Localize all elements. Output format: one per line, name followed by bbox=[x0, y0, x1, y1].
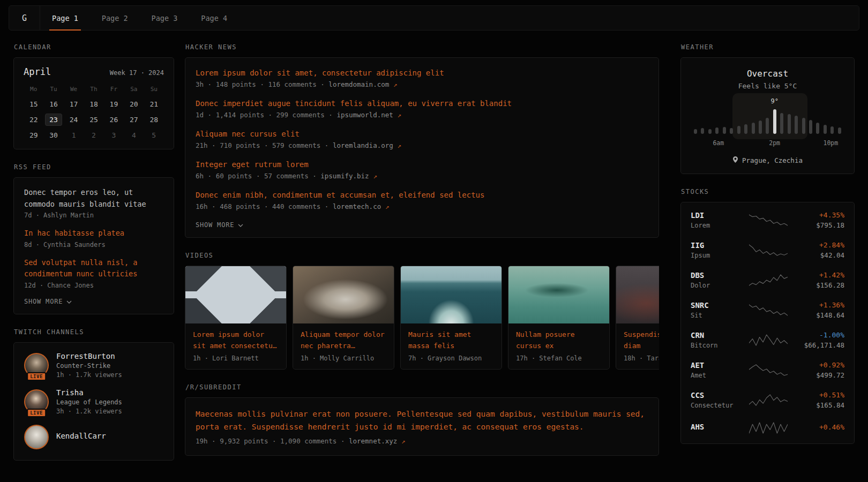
stock-change: +0.51% bbox=[795, 391, 844, 399]
stock-change: -1.00% bbox=[795, 331, 844, 339]
stock-row[interactable]: SNRC Sit +1.36% $148.64 bbox=[691, 295, 844, 325]
weather-bar-column bbox=[809, 120, 812, 134]
weather-bar bbox=[809, 120, 812, 134]
rss-item[interactable]: Donec tempor eros leo, ut commodo mauris… bbox=[24, 187, 163, 219]
twitch-channel-row[interactable]: LIVE Trisha League of Legends 3h · 1.2k … bbox=[24, 388, 163, 415]
video-title-link[interactable]: Lorem ipsum dolor sit amet consectetu… bbox=[185, 323, 286, 355]
calendar-day: 19 bbox=[104, 100, 124, 108]
stock-row[interactable]: AET Amet +0.92% $499.72 bbox=[691, 355, 844, 385]
hn-item: Aliquam nec cursus elit 21h · 710 points… bbox=[196, 130, 648, 149]
video-card[interactable]: Aliquam tempor dolor nec pharetra… 1h · … bbox=[293, 266, 394, 370]
hn-meta: 1d · 1,414 points · 299 comments · ipsum… bbox=[196, 111, 648, 119]
rss-headline-link[interactable]: In hac habitasse platea bbox=[24, 228, 163, 239]
weather-bar-column bbox=[708, 129, 712, 134]
video-card[interactable]: Nullam posuere cursus ex 17h · Stefan Co… bbox=[508, 266, 610, 370]
stock-row[interactable]: AHS +0.46% bbox=[691, 415, 844, 441]
weather-bar-column bbox=[830, 126, 834, 134]
video-title-link[interactable]: Aliquam tempor dolor nec pharetra… bbox=[293, 323, 394, 355]
rss-headline-link[interactable]: Donec tempor eros leo, ut commodo mauris… bbox=[24, 187, 163, 210]
weather-bar bbox=[838, 127, 841, 134]
stock-symbol: SNRC bbox=[691, 301, 741, 310]
calendar-day: 3 bbox=[104, 131, 124, 139]
weather-bar-column bbox=[824, 125, 827, 134]
twitch-card: LIVE ForrestBurton Counter-Strike 1h · 1… bbox=[13, 342, 174, 461]
subreddit-domain-link[interactable]: loremnet.xyz bbox=[349, 437, 397, 445]
calendar-day: 15 bbox=[24, 100, 43, 108]
video-thumbnail[interactable] bbox=[508, 266, 609, 323]
twitch-channel-row[interactable]: LIVE ForrestBurton Counter-Strike 1h · 1… bbox=[24, 352, 163, 379]
rss-headline-link[interactable]: Sed volutpat nulla nisl, a condimentum n… bbox=[24, 257, 163, 280]
weather-bar-column bbox=[759, 120, 762, 134]
weather-bar bbox=[730, 128, 733, 134]
channel-game: League of Legends bbox=[56, 398, 122, 406]
stock-name: Lorem bbox=[691, 222, 741, 229]
video-thumbnail[interactable] bbox=[401, 266, 502, 323]
hn-domain-link[interactable]: loremtech.co bbox=[333, 202, 381, 210]
video-card[interactable]: Lorem ipsum dolor sit amet consectetu… 1… bbox=[185, 266, 287, 370]
calendar-day: 2 bbox=[84, 131, 103, 139]
hn-domain-link[interactable]: ipsumify.biz bbox=[320, 172, 369, 180]
tab-page-3[interactable]: Page 3 bbox=[140, 6, 190, 30]
rss-section: RSS FEED Donec tempor eros leo, ut commo… bbox=[13, 163, 174, 314]
video-meta: 1h · Molly Carrillo bbox=[293, 355, 394, 369]
hn-domain-link[interactable]: ipsumworld.net bbox=[336, 111, 393, 119]
rss-item[interactable]: In hac habitasse platea 8d · Cynthia Sau… bbox=[24, 228, 163, 248]
calendar-day-header: Th bbox=[84, 86, 103, 93]
hn-title-link[interactable]: Aliquam nec cursus elit bbox=[196, 130, 648, 138]
video-card[interactable]: Mauris sit amet massa felis 7h · Grayson… bbox=[400, 266, 502, 370]
hn-show-more-label: SHOW MORE bbox=[196, 221, 234, 229]
tab-page-2[interactable]: Page 2 bbox=[90, 6, 140, 30]
weather-bar bbox=[830, 126, 834, 134]
calendar-day-header: Sa bbox=[124, 86, 144, 93]
hn-domain-link[interactable]: loremdomain.com bbox=[328, 80, 389, 88]
weather-bar bbox=[744, 124, 747, 134]
video-title-link[interactable]: Suspendisse diam bbox=[616, 323, 659, 355]
stock-price: $499.72 bbox=[795, 371, 844, 379]
stock-values: +0.51% $165.84 bbox=[795, 391, 844, 409]
weather-bar bbox=[780, 113, 783, 134]
stock-change: +1.36% bbox=[795, 301, 844, 309]
hn-domain-link[interactable]: loremlandia.org bbox=[333, 141, 393, 149]
hn-title-link[interactable]: Donec imperdiet augue tincidunt felis al… bbox=[196, 99, 648, 108]
tab-page-4[interactable]: Page 4 bbox=[189, 6, 239, 30]
calendar-day: 27 bbox=[124, 116, 144, 124]
subreddit-post-title-link[interactable]: Maecenas mollis pulvinar erat non posuer… bbox=[196, 408, 648, 434]
weather-bar-column bbox=[802, 118, 805, 134]
channel-info: Trisha League of Legends 3h · 1.2k viewe… bbox=[56, 388, 122, 415]
stock-change: +1.42% bbox=[795, 271, 844, 279]
twitch-channel-row[interactable]: KendallCarr bbox=[24, 425, 163, 449]
video-thumbnail[interactable] bbox=[185, 266, 286, 323]
stock-row[interactable]: LDI Lorem +4.35% $795.18 bbox=[691, 205, 844, 235]
channel-name: KendallCarr bbox=[56, 432, 106, 440]
hn-title-link[interactable]: Lorem ipsum dolor sit amet, consectetur … bbox=[196, 69, 648, 77]
rss-item[interactable]: Sed volutpat nulla nisl, a condimentum n… bbox=[24, 257, 163, 289]
top-navigation-bar: G Page 1 Page 2 Page 3 Page 4 bbox=[9, 5, 859, 31]
stock-id: DBS Dolor bbox=[691, 271, 741, 289]
stock-name: Sit bbox=[691, 312, 741, 319]
video-meta: 18h · Tara bbox=[616, 355, 659, 369]
live-badge: LIVE bbox=[27, 409, 46, 417]
video-title-link[interactable]: Nullam posuere cursus ex bbox=[508, 323, 609, 355]
stock-row[interactable]: DBS Dolor +1.42% $156.28 bbox=[691, 265, 844, 295]
video-thumbnail[interactable] bbox=[616, 266, 659, 323]
rss-item-meta: 7d · Ashlyn Martin bbox=[24, 212, 163, 219]
hn-title-link[interactable]: Donec enim nibh, condimentum et accumsan… bbox=[196, 191, 648, 199]
video-thumbnail[interactable] bbox=[293, 266, 394, 323]
hn-meta-text: 16h · 468 points · 440 comments · bbox=[196, 202, 333, 210]
tab-page-1[interactable]: Page 1 bbox=[40, 6, 90, 30]
rss-show-more-button[interactable]: SHOW MORE bbox=[24, 298, 163, 305]
weather-bar-column bbox=[838, 127, 841, 134]
stock-row[interactable]: IIG Ipsum +2.84% $42.04 bbox=[691, 235, 844, 265]
stock-price: $148.64 bbox=[795, 311, 844, 319]
stock-row[interactable]: CCS Consectetur +0.51% $165.84 bbox=[691, 385, 844, 415]
video-card[interactable]: Suspendisse diam 18h · Tara bbox=[616, 266, 659, 370]
stock-row[interactable]: CRN Bitcorn -1.00% $66,171.48 bbox=[691, 325, 844, 355]
rss-card: Donec tempor eros leo, ut commodo mauris… bbox=[13, 177, 174, 314]
video-title-link[interactable]: Mauris sit amet massa felis bbox=[401, 323, 502, 355]
calendar-day: 20 bbox=[124, 100, 144, 108]
hn-title-link[interactable]: Integer eget rutrum lorem bbox=[196, 160, 648, 169]
weather-feels-like: Feels like 5°C bbox=[692, 82, 843, 90]
stock-values: +0.46% bbox=[795, 423, 844, 433]
hn-show-more-button[interactable]: SHOW MORE bbox=[196, 221, 648, 229]
stock-id: CRN Bitcorn bbox=[691, 331, 741, 349]
